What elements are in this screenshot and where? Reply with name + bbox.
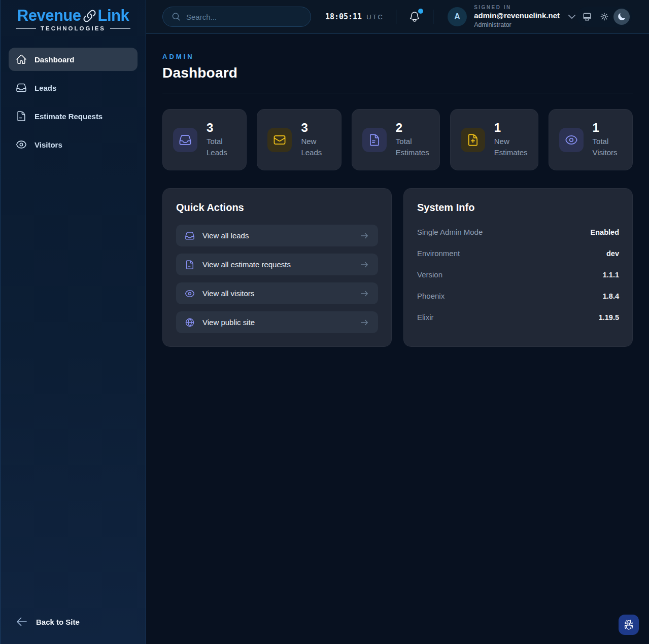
tagline-rule-right	[110, 28, 130, 29]
account-menu[interactable]: A SIGNED IN admin@revenuelink.net Admini…	[448, 5, 577, 29]
arrow-right-icon	[359, 231, 369, 241]
system-info-row: Elixir 1.19.5	[417, 309, 619, 326]
theme-toggle	[577, 7, 632, 27]
search-input[interactable]	[186, 13, 302, 21]
stat-card-new-leads: 3 New Leads	[257, 109, 341, 170]
system-info-panel: System Info Single Admin Mode Enabled En…	[403, 188, 633, 347]
user-email: admin@revenuelink.net	[474, 11, 560, 21]
theme-dark-button[interactable]	[613, 9, 630, 25]
bug-icon	[623, 619, 634, 630]
eye-icon	[185, 289, 195, 299]
sidebar-item-estimate-requests[interactable]: Estimate Requests	[9, 104, 138, 128]
info-label: Version	[417, 270, 442, 279]
stat-label: New Estimates	[494, 136, 528, 158]
view-all-leads-button[interactable]: View all leads	[176, 225, 378, 246]
back-to-site-label: Back to Site	[36, 618, 80, 626]
info-value: Enabled	[591, 228, 619, 236]
arrow-right-icon	[359, 317, 369, 328]
topbar: 18:05:11 UTC A SIGNED IN admin@revenueli…	[146, 0, 649, 34]
stat-card-total-leads: 3 Total Leads	[162, 109, 247, 170]
brand-logo: Revenue Link TECHNOLOGIES	[1, 0, 146, 35]
globe-icon	[185, 317, 195, 328]
stat-card-total-estimates: 2 Total Estimates	[352, 109, 440, 170]
clock-time: 18:05:11	[325, 12, 362, 21]
sidebar-item-leads[interactable]: Leads	[9, 76, 138, 99]
sidebar-item-label: Visitors	[35, 140, 62, 149]
signed-in-label: SIGNED IN	[474, 5, 560, 11]
main-content: ADMIN Dashboard 3 Total Leads 3 New Lead…	[146, 0, 649, 347]
info-label: Phoenix	[417, 292, 445, 300]
panels: Quick Actions View all leads View all es…	[162, 188, 633, 347]
brand-word-2: Link	[98, 7, 129, 25]
document-icon	[16, 111, 27, 122]
system-info-row: Environment dev	[417, 245, 619, 262]
view-public-site-button[interactable]: View public site	[176, 311, 378, 333]
info-value: dev	[606, 249, 619, 258]
brand-tagline: TECHNOLOGIES	[41, 25, 106, 31]
sidebar-item-label: Leads	[35, 84, 56, 92]
sidebar-item-dashboard[interactable]: Dashboard	[9, 48, 138, 71]
info-value: 1.19.5	[599, 313, 619, 321]
sidebar-nav: Dashboard Leads Estimate Requests Visito…	[1, 48, 146, 156]
sidebar: Revenue Link TECHNOLOGIES Dashboard Lead…	[0, 0, 146, 644]
page-title: Dashboard	[162, 65, 633, 81]
arrow-left-icon	[16, 616, 28, 628]
page-eyebrow: ADMIN	[162, 53, 633, 60]
stat-cards: 3 Total Leads 3 New Leads 2 Total Estima…	[162, 109, 633, 170]
system-info-row: Phoenix 1.8.4	[417, 288, 619, 304]
debug-button[interactable]	[619, 615, 639, 635]
topbar-divider	[396, 10, 396, 24]
monitor-icon	[583, 12, 592, 21]
eye-icon	[16, 139, 27, 150]
moon-icon	[617, 12, 626, 21]
action-label: View all estimate requests	[202, 260, 291, 269]
inbox-icon	[16, 82, 27, 93]
document-plus-icon	[461, 128, 485, 152]
stat-label: Total Leads	[207, 136, 236, 158]
account-info: SIGNED IN admin@revenuelink.net Administ…	[474, 5, 560, 29]
theme-light-button[interactable]	[596, 9, 612, 25]
back-to-site-link[interactable]: Back to Site	[9, 612, 138, 632]
sun-icon	[600, 12, 609, 21]
stat-label: Total Visitors	[593, 136, 622, 158]
utc-clock: 18:05:11 UTC	[325, 12, 384, 21]
tagline-rule-left	[16, 28, 36, 29]
search-icon	[172, 12, 181, 21]
title-divider	[162, 93, 633, 93]
notification-dot	[418, 9, 423, 14]
info-label: Elixir	[417, 313, 434, 321]
view-all-estimate-requests-button[interactable]: View all estimate requests	[176, 254, 378, 275]
sidebar-footer: Back to Site	[1, 612, 146, 644]
stat-value: 1	[593, 121, 622, 134]
theme-system-button[interactable]	[579, 9, 595, 25]
inbox-icon	[173, 128, 197, 152]
view-all-visitors-button[interactable]: View all visitors	[176, 282, 378, 304]
arrow-right-icon	[359, 289, 369, 299]
system-info-row: Version 1.1.1	[417, 266, 619, 283]
inbox-icon	[185, 231, 195, 241]
chevron-down-icon	[567, 12, 577, 22]
sidebar-item-visitors[interactable]: Visitors	[9, 133, 138, 156]
notifications-button[interactable]	[408, 11, 421, 23]
system-info-row: Single Admin Mode Enabled	[417, 224, 619, 240]
stat-card-new-estimates: 1 New Estimates	[450, 109, 538, 170]
system-info-title: System Info	[417, 202, 619, 213]
user-role: Administrator	[474, 21, 560, 29]
quick-actions-panel: Quick Actions View all leads View all es…	[162, 188, 392, 347]
stat-value: 3	[301, 121, 330, 134]
action-label: View all visitors	[202, 289, 254, 298]
search-box	[162, 7, 311, 27]
sidebar-item-label: Dashboard	[35, 55, 74, 64]
avatar-initial: A	[454, 12, 460, 21]
info-label: Environment	[417, 249, 460, 258]
info-value: 1.1.1	[603, 271, 619, 279]
action-label: View all leads	[202, 231, 249, 240]
envelope-icon	[267, 128, 292, 152]
document-icon	[185, 260, 195, 270]
eye-icon	[559, 128, 584, 152]
stat-value: 3	[207, 121, 236, 134]
home-icon	[16, 54, 27, 65]
avatar: A	[448, 7, 467, 26]
stat-label: New Leads	[301, 136, 330, 158]
info-value: 1.8.4	[603, 292, 619, 300]
